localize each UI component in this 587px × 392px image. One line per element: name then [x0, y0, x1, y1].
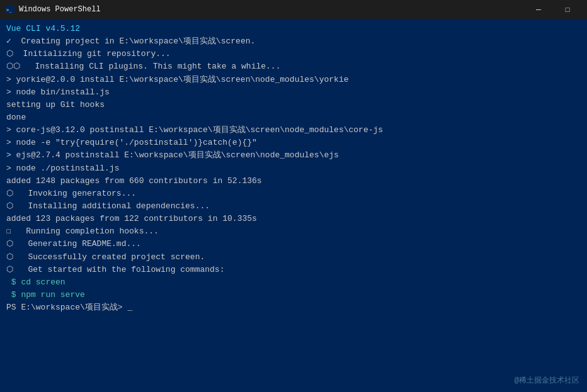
console-line: > node bin/install.js: [6, 86, 581, 99]
console-line: $ cd screen: [6, 276, 581, 289]
maximize-button[interactable]: □: [553, 0, 582, 19]
watermark: @稀土掘金技术社区: [515, 375, 579, 386]
app-icon: >_: [5, 4, 15, 14]
console-line: setting up Git hooks: [6, 99, 581, 111]
console-line: ☐ Running completion hooks...: [6, 225, 581, 238]
console-line: Vue CLI v4.5.12: [6, 23, 581, 35]
console-line: ⬡ Invoking generators...: [6, 188, 581, 200]
title-bar: >_ Windows PowerShell ─ □: [0, 0, 587, 19]
console-output: Vue CLI v4.5.12✓ Creating project in E:\…: [0, 19, 587, 392]
console-line: added 1248 packages from 660 contributor…: [6, 175, 581, 188]
title-bar-controls: ─ □: [524, 0, 582, 19]
console-line: added 123 packages from 122 contributors…: [6, 213, 581, 225]
console-line: > yorkie@2.0.0 install E:\workspace\项目实战…: [6, 74, 581, 86]
console-line: $ npm run serve: [6, 289, 581, 301]
console-line: ⬡ Initializing git repository...: [6, 48, 581, 60]
console-line: ⬡ Installing additional dependencies...: [6, 200, 581, 213]
console-line: PS E:\workspace\项目实战> _: [6, 301, 581, 314]
console-line: ✓ Creating project in E:\workspace\项目实战\…: [6, 35, 581, 48]
console-line: > ejs@2.7.4 postinstall E:\workspace\项目实…: [6, 149, 581, 162]
console-line: > node -e "try{require('./postinstall')}…: [6, 137, 581, 149]
console-line: ⬡⬡ Installing CLI plugins. This might ta…: [6, 60, 581, 73]
console-line: > core-js@3.12.0 postinstall E:\workspac…: [6, 124, 581, 137]
svg-text:>_: >_: [6, 8, 12, 13]
title-bar-text: Windows PowerShell: [19, 5, 524, 14]
console-line: ⬡ Successfully created project screen.: [6, 251, 581, 264]
minimize-button[interactable]: ─: [524, 0, 553, 19]
console-line: > node ./postinstall.js: [6, 162, 581, 175]
console-line: ⬡ Generating README.md...: [6, 238, 581, 250]
console-line: done: [6, 111, 581, 124]
console-line: ⬡ Get started with the following command…: [6, 264, 581, 276]
